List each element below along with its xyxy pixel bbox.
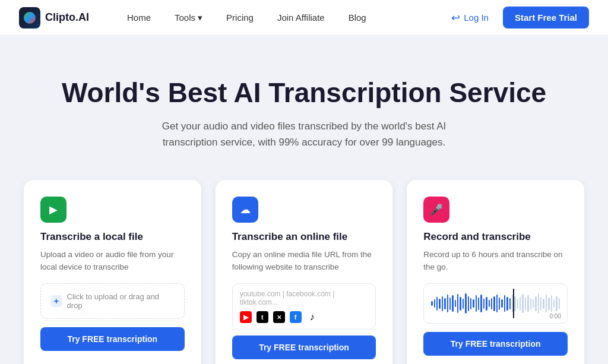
nav-affiliate[interactable]: Join Affiliate: [268, 8, 334, 27]
card-online-description: Copy an online media file URL from the f…: [232, 249, 376, 274]
hero-subtitle: Get your audio and video files transcrib…: [150, 118, 458, 150]
waveform-bar: [478, 297, 479, 310]
waveform-bar: [442, 296, 443, 311]
waveform-bar: [501, 299, 502, 308]
card-record: 🎤 Record and transcribe Record up to 6 h…: [407, 180, 584, 364]
waveform-time: 0:00: [550, 313, 561, 319]
logo-link[interactable]: Clipto.AI: [19, 7, 89, 29]
card-local-try-button[interactable]: Try FREE transcription: [40, 327, 185, 351]
tiktok-icon: ♪: [306, 311, 318, 323]
waveform-bar: [434, 299, 435, 308]
waveform-bar: [553, 299, 555, 308]
upload-text: Click to upload or drag and drop: [67, 292, 175, 310]
waveform-bar: [499, 297, 500, 310]
logo-icon: [19, 7, 40, 29]
waveform-bars: [431, 291, 560, 316]
card-local-title: Transcribe a local file: [40, 231, 185, 243]
waveform-bar: [449, 297, 451, 310]
card-local-icon: ▶: [40, 197, 66, 223]
card-online-try-button[interactable]: Try FREE transcription: [232, 335, 376, 359]
cards-grid: ▶ Transcribe a local file Upload a video…: [24, 180, 584, 364]
login-icon: ↩: [451, 11, 460, 24]
waveform-bar: [548, 297, 549, 310]
nav-pricing[interactable]: Pricing: [217, 8, 263, 27]
card-record-description: Record up to 6 hours and transcribe on t…: [423, 249, 568, 274]
waveform-bar: [496, 295, 498, 312]
waveform-bar: [491, 298, 492, 309]
waveform-bar: [527, 295, 528, 311]
waveform-bar: [514, 296, 515, 311]
waveform-bar: [463, 299, 464, 309]
nav-tools[interactable]: Tools ▾: [165, 8, 212, 28]
social-icons-row: ▶ t ✕ f ♪: [240, 311, 369, 323]
waveform-bar: [506, 297, 508, 311]
nav-home[interactable]: Home: [118, 8, 160, 27]
login-button[interactable]: ↩ Log In: [444, 7, 496, 29]
waveform-bar: [551, 295, 552, 311]
url-placeholder: youtube.com | facebook.com | tiktok.com.…: [240, 290, 369, 306]
upload-plus-icon: +: [50, 295, 62, 307]
waveform-bar: [493, 296, 495, 311]
waveform-bar: [517, 299, 518, 309]
nav-blog[interactable]: Blog: [339, 8, 376, 27]
card-local-description: Upload a video or audio file from your l…: [40, 249, 185, 274]
card-local: ▶ Transcribe a local file Upload a video…: [24, 180, 201, 364]
waveform-bar: [476, 295, 477, 311]
facebook-icon: f: [290, 311, 302, 323]
waveform-bar: [470, 298, 471, 309]
waveform-bar: [530, 298, 531, 309]
hero-section: World's Best AI Transcription Service Ge…: [0, 36, 608, 180]
waveform-bar: [559, 298, 560, 309]
waveform-bar: [509, 298, 511, 309]
chevron-down-icon: ▾: [198, 12, 202, 23]
x-twitter-icon: ✕: [273, 311, 285, 323]
waveform-bar: [483, 299, 484, 309]
waveform-bar: [473, 299, 474, 308]
waveform-bar: [431, 301, 432, 306]
tumblr-icon: t: [256, 311, 268, 323]
logo-text: Clipto.AI: [45, 11, 89, 24]
card-online: ☁ Transcribe an online file Copy an onli…: [216, 180, 393, 364]
waveform-bar: [460, 297, 461, 311]
hero-title: World's Best AI Transcription Service: [19, 77, 589, 109]
waveform-bar: [522, 294, 523, 313]
waveform-bar: [504, 295, 505, 311]
waveform-bar: [468, 296, 469, 311]
waveform-bar: [436, 297, 438, 311]
card-online-icon: ☁: [232, 197, 258, 223]
waveform-bar: [533, 299, 534, 308]
waveform-bar: [486, 297, 487, 311]
card-record-title: Record and transcribe: [423, 231, 568, 243]
nav-links: Home Tools ▾ Pricing Join Affiliate Blog: [118, 8, 444, 28]
waveform-bar: [452, 295, 453, 311]
card-online-title: Transcribe an online file: [232, 231, 376, 243]
waveform-bar: [543, 299, 544, 309]
card-record-try-button[interactable]: Try FREE transcription: [423, 332, 568, 356]
cloud-icon: ☁: [240, 203, 251, 216]
waveform-bar: [465, 293, 466, 314]
waveform-bar: [525, 297, 526, 310]
start-trial-button[interactable]: Start Free Trial: [503, 7, 589, 29]
upload-dropzone[interactable]: + Click to upload or drag and drop: [40, 283, 185, 319]
waveform-bar: [520, 297, 521, 311]
card-record-icon: 🎤: [423, 197, 449, 223]
navbar: Clipto.AI Home Tools ▾ Pricing Join Affi…: [0, 0, 608, 36]
waveform-bar: [444, 298, 445, 309]
film-icon: ▶: [49, 203, 58, 216]
waveform-bar: [480, 295, 482, 312]
microphone-icon: 🎤: [430, 203, 443, 216]
waveform-bar: [455, 300, 456, 308]
waveform-bar: [489, 300, 490, 308]
waveform-bar: [447, 295, 448, 312]
waveform-bar: [540, 297, 542, 311]
waveform-bar: [535, 296, 536, 311]
waveform-bar: [439, 299, 440, 309]
waveform-bar: [457, 294, 458, 313]
cards-section: ▶ Transcribe a local file Upload a video…: [0, 180, 608, 364]
waveform-bar: [538, 293, 539, 314]
waveform-bar: [556, 296, 557, 311]
waveform-display: 0:00: [423, 283, 568, 324]
url-input-box: youtube.com | facebook.com | tiktok.com.…: [232, 283, 376, 330]
nav-actions: ↩ Log In Start Free Trial: [444, 7, 589, 29]
waveform-bar: [546, 295, 547, 312]
